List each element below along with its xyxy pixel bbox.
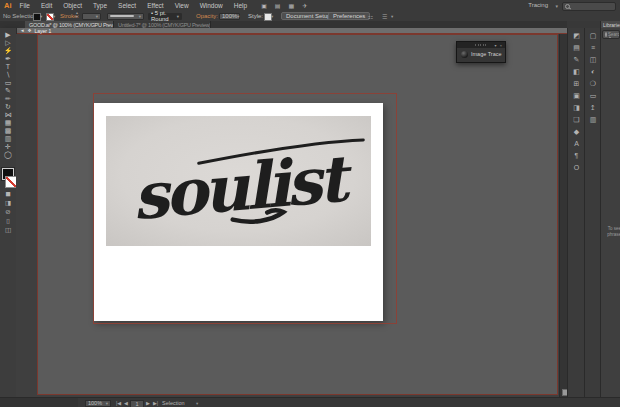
panel-title-bar[interactable]: ▾ ×: [457, 42, 505, 48]
draw-mode-icon[interactable]: ▯: [6, 217, 10, 224]
brushes-panel-icon[interactable]: ▣: [573, 92, 580, 100]
width-tool[interactable]: ⋈: [5, 111, 12, 118]
layer-icon: ❖: [27, 28, 31, 33]
workspace-switcher[interactable]: Tracing: [528, 2, 548, 8]
artboards-panel-icon[interactable]: ▭: [590, 92, 597, 100]
menu-help[interactable]: Help: [234, 2, 247, 9]
zoom-tool[interactable]: ◯: [4, 151, 12, 158]
previous-artboard-icon[interactable]: ◀: [124, 400, 128, 406]
magic-wand-tool[interactable]: ⚡: [4, 47, 13, 54]
breadcrumb-layer-label[interactable]: Layer 1: [35, 28, 52, 34]
menu-effect[interactable]: Effect: [147, 2, 164, 9]
zoom-level-select[interactable]: 100% ▾: [85, 400, 111, 407]
selection-tool[interactable]: ▶: [5, 31, 10, 38]
bridge-icon[interactable]: ▣: [261, 2, 267, 9]
asset-export-panel-icon[interactable]: ↥: [590, 104, 596, 112]
drag-grip-icon[interactable]: [475, 44, 487, 46]
chevron-down-icon[interactable]: ▾: [271, 14, 273, 19]
gradient-tool[interactable]: ▥: [5, 135, 12, 142]
share-icon[interactable]: ✈: [302, 2, 307, 9]
perspective-grid-tool[interactable]: ▦: [5, 119, 12, 126]
artboard-number-field[interactable]: 1: [130, 400, 144, 407]
image-trace-icon: [461, 51, 468, 58]
chevron-down-icon: ▾: [555, 3, 558, 9]
menu-icon-buttons: ▣▤▦✈: [261, 2, 307, 9]
libraries-search-input[interactable]: Search: [602, 30, 620, 39]
direct-selection-tool[interactable]: ▷: [5, 39, 10, 46]
menu-view[interactable]: View: [175, 2, 189, 9]
back-arrow-icon[interactable]: ◄: [20, 28, 24, 33]
stroke-weight-stepper[interactable]: ▴▾: [76, 11, 78, 19]
menu-window[interactable]: Window: [200, 2, 223, 9]
transform-panel-icon[interactable]: ▢: [590, 32, 597, 40]
canvas[interactable]: soulist ▾ × Image Trace: [37, 34, 558, 395]
paintbrush-tool[interactable]: ✎: [5, 87, 11, 94]
character-panel-icon[interactable]: A: [574, 140, 579, 148]
opentype-panel-icon[interactable]: O: [574, 164, 579, 172]
menu-select[interactable]: Select: [118, 2, 136, 9]
image-trace-panel-icon[interactable]: ◐: [591, 68, 595, 76]
document-tab-bar: GOOD.ai* @ 100% (CMYK/GPU Preview) × Unt…: [0, 21, 620, 28]
symbols-panel-icon[interactable]: ◨: [573, 104, 580, 112]
pencil-tool[interactable]: ✏: [5, 95, 11, 102]
opacity-label[interactable]: Opacity:: [196, 13, 218, 19]
gradient-mode-icon[interactable]: ◨: [5, 199, 11, 206]
pathfinder-panel-icon[interactable]: ◫: [590, 56, 597, 64]
layers-panel-icon[interactable]: ▥: [590, 116, 597, 124]
width-profile-preview: [110, 15, 134, 17]
search-input[interactable]: [562, 2, 616, 11]
last-artboard-icon[interactable]: ▶|: [153, 400, 158, 406]
links-panel-icon[interactable]: ❍: [590, 80, 596, 88]
appearance-panel-icon[interactable]: ✎: [574, 56, 580, 64]
chevron-down-icon[interactable]: ▾: [196, 401, 198, 406]
color-panel-icon[interactable]: ◩: [573, 32, 580, 40]
placed-lettering-image[interactable]: soulist: [106, 116, 371, 246]
opacity-field[interactable]: 100% ▾: [219, 13, 240, 20]
chevron-down-icon[interactable]: ▾: [40, 14, 42, 19]
pen-tool[interactable]: ✒: [5, 55, 11, 62]
rectangle-tool[interactable]: ▭: [5, 79, 12, 86]
color-guide-panel-icon[interactable]: ▤: [573, 44, 580, 52]
swatches-panel-icon[interactable]: ⊞: [574, 80, 580, 88]
chevron-down-icon: ▾: [237, 14, 239, 19]
panel-controls-icons[interactable]: ▾ ×: [495, 43, 503, 48]
tab-libraries[interactable]: Libraries: [601, 21, 620, 28]
options-menu-icon[interactable]: ☰: [382, 13, 387, 20]
chevron-down-icon[interactable]: ▾: [391, 14, 393, 19]
width-profile-select[interactable]: ▾: [107, 13, 144, 20]
align-panel-icon[interactable]: ≡: [591, 44, 595, 52]
image-trace-panel[interactable]: ▾ × Image Trace: [456, 41, 506, 63]
preferences-button[interactable]: Preferences: [328, 12, 370, 20]
menu-object[interactable]: Object: [63, 2, 82, 9]
stroke-panel-icon[interactable]: ❏: [573, 116, 579, 124]
color-mode-icon[interactable]: ◼: [5, 190, 10, 197]
graphic-styles-panel-icon[interactable]: ◧: [573, 68, 580, 76]
screen-mode-icon[interactable]: ◫: [5, 226, 11, 233]
line-segment-tool[interactable]: ∖: [6, 71, 10, 78]
rotate-tool[interactable]: ↻: [5, 103, 11, 110]
eyedropper-tool[interactable]: ✛: [5, 143, 11, 150]
image-trace-button[interactable]: Image Trace: [457, 48, 505, 58]
menu-edit[interactable]: Edit: [41, 2, 52, 9]
style-label[interactable]: Style:: [248, 13, 263, 19]
paragraph-panel-icon[interactable]: ¶: [575, 152, 579, 160]
tools-panel: ▶▷⚡✒T∖▭✎✏↻⋈▦▩▥✛◯ ◼◨⊘▯◫: [0, 28, 17, 397]
workspace-layout-icon[interactable]: ▦: [289, 2, 295, 9]
menu-file[interactable]: File: [20, 2, 30, 9]
mesh-tool[interactable]: ▩: [5, 127, 12, 134]
none-mode-icon[interactable]: ⊘: [5, 208, 10, 215]
arrange-icon[interactable]: ⚏: [368, 13, 373, 20]
gradient-panel-icon[interactable]: ◆: [574, 128, 579, 136]
app-logo[interactable]: Ai: [4, 1, 12, 10]
next-artboard-icon[interactable]: ▶: [146, 400, 150, 406]
first-artboard-icon[interactable]: |◀: [116, 400, 121, 406]
search-icon: [565, 4, 570, 9]
stroke-weight-field[interactable]: ▾: [82, 13, 101, 20]
libraries-panel: Libraries Search To see phrase: [600, 21, 620, 397]
menu-type[interactable]: Type: [93, 2, 107, 9]
brush-definition-select[interactable]: • 5 pt. Round ▾: [148, 13, 182, 20]
type-tool[interactable]: T: [6, 63, 10, 70]
chevron-down-icon[interactable]: ▾: [53, 14, 55, 19]
tab-untitled-7[interactable]: Untitled-7* @ 100% (CMYK/GPU Preview) ×: [114, 21, 211, 28]
stock-icon[interactable]: ▤: [275, 2, 281, 9]
